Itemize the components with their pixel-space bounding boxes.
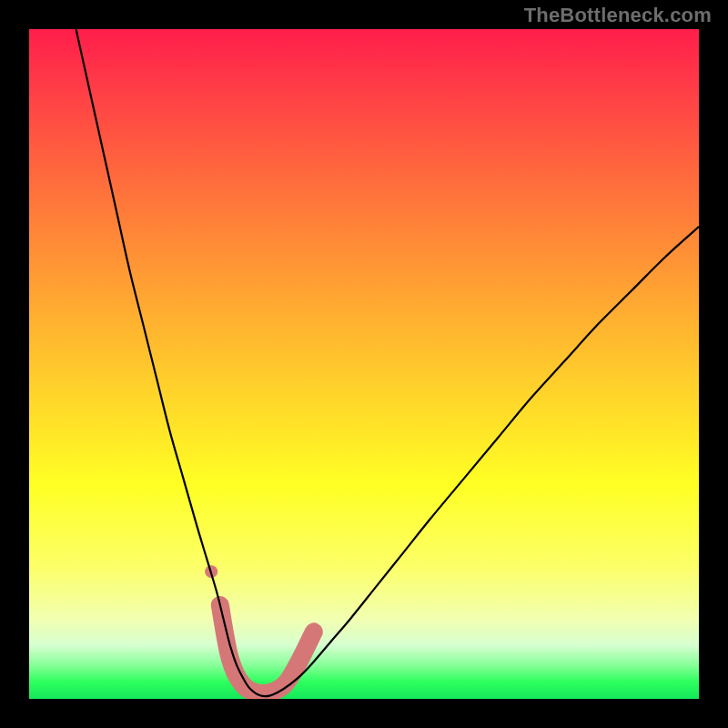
series-layer xyxy=(76,29,699,696)
annotations-layer xyxy=(205,565,314,693)
bottleneck-curve xyxy=(76,29,699,696)
chart-frame: TheBottleneck.com xyxy=(0,0,728,728)
plot-area xyxy=(29,29,699,699)
chart-svg xyxy=(29,29,699,699)
valley-marker xyxy=(220,605,314,693)
watermark-text: TheBottleneck.com xyxy=(524,4,712,27)
